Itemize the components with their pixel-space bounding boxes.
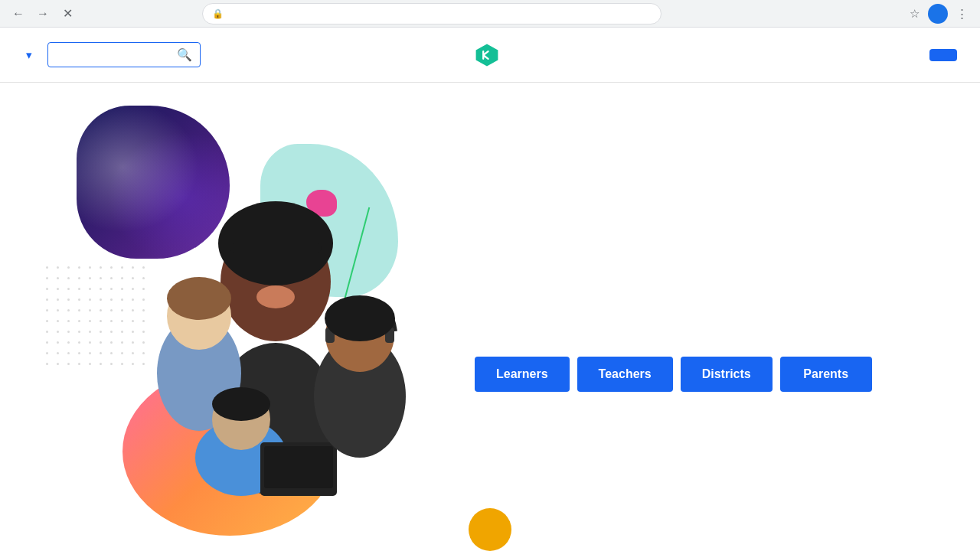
scroll-down-button[interactable] xyxy=(469,508,511,551)
back-button[interactable]: ← xyxy=(8,3,29,24)
user-avatar[interactable] xyxy=(928,4,948,24)
main-content: // Generate dots const dotGrid = documen… xyxy=(0,83,980,551)
search-bar: 🔍 xyxy=(47,42,201,67)
districts-button[interactable]: Districts xyxy=(681,357,773,392)
nav-left: ▾ 🔍 xyxy=(23,42,893,67)
hero-text-section: Learners Teachers Districts Parents xyxy=(459,211,980,422)
logo-icon xyxy=(475,43,499,67)
lock-icon: 🔒 xyxy=(212,8,224,19)
menu-button[interactable]: ⋮ xyxy=(951,3,972,24)
hero-image-section: // Generate dots const dotGrid = documen… xyxy=(0,83,459,551)
svg-rect-13 xyxy=(264,446,333,488)
hero-headline xyxy=(475,242,934,326)
nav-logo xyxy=(475,43,505,67)
search-input[interactable] xyxy=(56,49,171,61)
svg-point-4 xyxy=(256,285,295,308)
parents-button[interactable]: Parents xyxy=(780,357,872,392)
search-icon[interactable]: 🔍 xyxy=(177,47,192,62)
browser-nav-buttons: ← → ✕ xyxy=(8,3,78,24)
bookmark-button[interactable]: ☆ xyxy=(903,3,925,24)
reload-button[interactable]: ✕ xyxy=(57,3,78,24)
navbar: ▾ 🔍 xyxy=(0,28,980,83)
svg-point-18 xyxy=(325,295,395,341)
learners-button[interactable]: Learners xyxy=(475,357,570,392)
svg-rect-5 xyxy=(230,243,322,253)
signup-button[interactable] xyxy=(929,49,957,61)
svg-point-11 xyxy=(212,387,270,421)
address-bar[interactable]: 🔒 xyxy=(202,3,662,24)
dropdown-arrow-icon: ▾ xyxy=(26,48,32,62)
svg-marker-0 xyxy=(476,44,498,66)
teachers-button[interactable]: Teachers xyxy=(577,357,673,392)
svg-point-8 xyxy=(167,277,231,320)
courses-dropdown-button[interactable]: ▾ xyxy=(23,48,32,62)
browser-chrome: ← → ✕ 🔒 ☆ ⋮ xyxy=(0,0,980,28)
students-collage xyxy=(92,98,444,496)
students-svg xyxy=(92,98,444,496)
browser-actions: ☆ ⋮ xyxy=(903,3,972,24)
forward-button[interactable]: → xyxy=(32,3,54,24)
cta-buttons: Learners Teachers Districts Parents xyxy=(475,357,934,392)
nav-right xyxy=(893,49,957,61)
